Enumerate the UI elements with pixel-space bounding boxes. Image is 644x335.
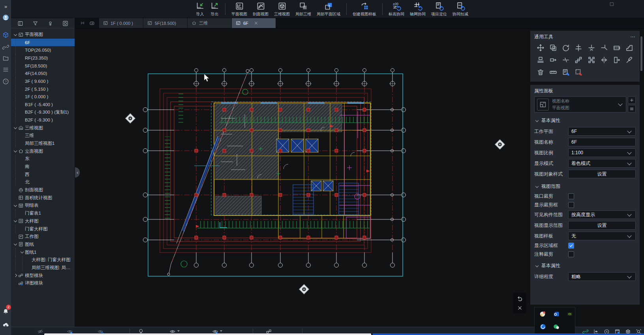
- statusbar-hidden-elements[interactable]: [37, 328, 43, 335]
- toolbar-button-section-view[interactable]: 剖面视图: [250, 0, 271, 18]
- tray-app-green-dot-icon[interactable]: [553, 323, 560, 330]
- tool-mirror[interactable]: [598, 56, 610, 64]
- tab-1f[interactable]: 1F ( 0.000 ): [99, 18, 143, 28]
- tabbar-tool-window-switch[interactable]: [87, 18, 97, 28]
- tree-item-partial-3d-1[interactable]: 局部三维视图1: [11, 140, 75, 148]
- floor-plan-drawing[interactable]: [75, 28, 530, 326]
- tool-array-cluster[interactable]: [585, 56, 598, 64]
- close-icon[interactable]: [254, 21, 258, 25]
- toolbar-button-elevation-sync[interactable]: ±00标高协同: [386, 0, 407, 18]
- canvas-undo-button[interactable]: [515, 294, 524, 302]
- tool-move[interactable]: [534, 44, 547, 52]
- display-mode-select[interactable]: 着色模式: [568, 159, 636, 168]
- caret-down-icon[interactable]: [177, 330, 180, 332]
- tree-item-6f[interactable]: 6F: [11, 39, 75, 47]
- tree-tool-locate[interactable]: [47, 20, 53, 27]
- tree-item-detail-drawings[interactable]: 大样图: [11, 217, 75, 225]
- tool-copy[interactable]: [547, 44, 560, 52]
- tree-item-door-window-table-1[interactable]: 门窗表1: [11, 210, 75, 217]
- tabbar-tool-view-list[interactable]: [78, 18, 87, 28]
- tree-tool-package[interactable]: [62, 20, 68, 27]
- chevron-right-icon[interactable]: [13, 273, 18, 278]
- tree-item-door-window-detail[interactable]: 门窗大样图: [11, 225, 75, 233]
- tool-multi-select-add[interactable]: [560, 68, 572, 76]
- detail-level-select[interactable]: 粗略: [568, 272, 636, 281]
- panel-menu-button[interactable]: [630, 34, 636, 39]
- toolbar-button-plan-view[interactable]: 平面视图: [229, 0, 250, 18]
- window-control-icon[interactable]: [609, 2, 614, 7]
- toolbar-button-3d-view[interactable]: 三维视图: [271, 0, 293, 18]
- show-region-box-checkbox[interactable]: [568, 243, 574, 249]
- tool-pick-extend[interactable]: [610, 56, 623, 64]
- tree-item-plan-views[interactable]: 平面视图: [11, 31, 75, 39]
- tray-app-palette-icon[interactable]: [539, 311, 546, 318]
- rail-item-account[interactable]: [0, 12, 11, 22]
- drawing-viewport[interactable]: [75, 28, 530, 326]
- tray-app-blue-circle-icon[interactable]: [539, 323, 546, 330]
- tree-item-working-drawing[interactable]: 工作图: [11, 233, 75, 241]
- tray-app-nvidia-icon[interactable]: [566, 311, 573, 318]
- tree-item-sheet-1-detail[interactable]: 大样图: 门窗大样图: [11, 256, 75, 264]
- tool-corner-join[interactable]: [598, 44, 610, 52]
- tree-item-5f[interactable]: 5F(18.500): [11, 62, 75, 70]
- tool-align[interactable]: [572, 44, 585, 52]
- toolbar-button-partial-plan-region[interactable]: 局部平面区域: [314, 0, 343, 18]
- toolbar-button-create-view-template[interactable]: 创建视图样板: [350, 0, 379, 18]
- rail-item-files[interactable]: [0, 53, 11, 63]
- tool-multi-select-remove[interactable]: [572, 68, 585, 76]
- tool-delete[interactable]: [534, 68, 547, 76]
- tool-align-bottom[interactable]: [534, 56, 547, 64]
- tray-app-outlook-icon[interactable]: [553, 311, 560, 318]
- rail-item-help[interactable]: ?: [0, 76, 11, 86]
- work-plane-select[interactable]: 6F: [568, 127, 636, 136]
- section-header-view-range[interactable]: 视图范围: [535, 183, 636, 190]
- tree-item-sheet-1[interactable]: 图纸1: [11, 248, 75, 256]
- tree-item-elevation-views[interactable]: 立面视图: [11, 147, 75, 155]
- chevron-down-icon[interactable]: [13, 219, 18, 223]
- tree-item-section-views[interactable]: 剖面视图: [11, 186, 75, 194]
- view-object-style-button[interactable]: 设置: [568, 170, 636, 178]
- toolbar-button-export[interactable]: 导出: [207, 0, 222, 18]
- view-template-select[interactable]: 无: [568, 232, 636, 240]
- panel-scrollbar[interactable]: [640, 36, 642, 71]
- viewport-crop-checkbox[interactable]: [568, 193, 574, 199]
- toolbar-button-project-locate[interactable]: 项目定位: [428, 0, 450, 18]
- rail-item-upload[interactable]: [0, 320, 11, 330]
- tree-item-area-stats-view[interactable]: 面积统计视图: [11, 194, 75, 202]
- tree-item-3d[interactable]: 三维: [11, 132, 75, 140]
- section-header-basic-1[interactable]: 基本属性: [535, 117, 636, 124]
- chevron-down-icon[interactable]: [13, 125, 18, 130]
- view-scale-select[interactable]: 1:100: [568, 148, 636, 157]
- selector-list-button[interactable]: [628, 105, 636, 112]
- selector-add-button[interactable]: [628, 96, 636, 104]
- chevron-down-icon[interactable]: [13, 203, 18, 208]
- tab-6f[interactable]: 6F: [232, 18, 276, 28]
- tree-item-2f[interactable]: 2F ( 5.150 ): [11, 85, 75, 93]
- toolbar-button-partial-3d[interactable]: 局部三维: [293, 0, 314, 18]
- caret-down-icon[interactable]: [220, 330, 222, 332]
- tree-item-model-module[interactable]: 模型模块: [11, 271, 75, 279]
- tree-tool-layout-columns[interactable]: [17, 20, 23, 27]
- rail-item-link[interactable]: [0, 42, 11, 52]
- toolbar-button-grid-sync[interactable]: 轴网协同: [407, 0, 428, 18]
- tool-offset[interactable]: [610, 44, 623, 52]
- view-name-input[interactable]: 6F: [568, 138, 636, 146]
- toolbar-button-sync-deduct[interactable]: 协同扣减: [450, 0, 471, 18]
- tree-item-east[interactable]: 东: [11, 155, 75, 163]
- annotation-crop-checkbox[interactable]: [568, 251, 574, 257]
- tree-item-sheet-1-partial-3d[interactable]: 局部三维视图: 局部…: [11, 264, 75, 272]
- tool-eyedropper[interactable]: [623, 56, 636, 64]
- tool-array-path[interactable]: [572, 56, 585, 64]
- tree-tool-filter[interactable]: [32, 20, 38, 27]
- tool-stretch[interactable]: [547, 56, 560, 64]
- rail-item-notifications[interactable]: 2: [0, 306, 11, 316]
- tree-item-3f[interactable]: 3F ( 9.600 ): [11, 77, 75, 85]
- tree-item-b2f-copy[interactable]: B2F ( -9.300 ) (复制1): [11, 109, 75, 116]
- tool-split[interactable]: [560, 56, 572, 64]
- chevron-down-icon[interactable]: [13, 32, 18, 37]
- tool-measure[interactable]: [547, 68, 560, 76]
- tool-rotate[interactable]: [560, 44, 572, 52]
- chevron-down-icon[interactable]: [20, 250, 25, 255]
- tree-item-west[interactable]: 西: [11, 170, 75, 178]
- tree-item-schedules[interactable]: 明细表: [11, 202, 75, 210]
